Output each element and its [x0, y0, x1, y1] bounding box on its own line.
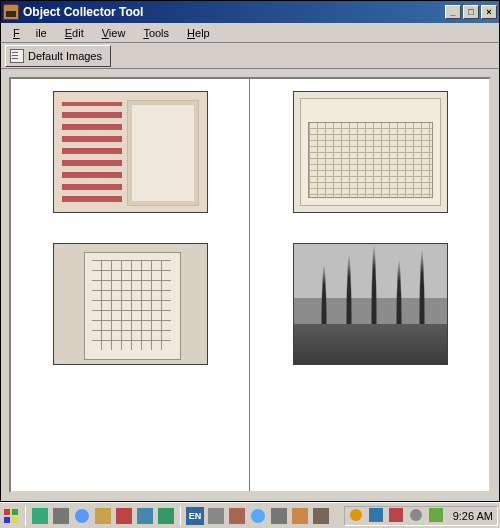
taskbar-icon[interactable]: [52, 507, 70, 525]
thumbnail[interactable]: [53, 91, 208, 213]
svg-rect-9: [137, 508, 153, 524]
menubar: File Edit View Tools Help: [1, 23, 499, 43]
app-window: Object Collector Tool _ □ × File Edit Vi…: [0, 0, 500, 502]
maximize-button[interactable]: □: [463, 5, 479, 19]
left-pane: [11, 79, 249, 491]
clock[interactable]: 9:26 AM: [449, 510, 493, 522]
system-tray: 9:26 AM: [344, 506, 498, 526]
taskbar-icon[interactable]: [228, 507, 246, 525]
tray-icon[interactable]: [369, 508, 385, 524]
language-indicator[interactable]: EN: [186, 507, 204, 525]
svg-rect-16: [313, 508, 329, 524]
taskbar[interactable]: EN 9:26 AM: [0, 502, 500, 528]
svg-rect-18: [369, 508, 383, 522]
titlebar[interactable]: Object Collector Tool _ □ ×: [1, 1, 499, 23]
start-button[interactable]: [2, 507, 20, 525]
taskbar-icon[interactable]: [270, 507, 288, 525]
thumbnail[interactable]: [293, 243, 448, 365]
svg-rect-3: [12, 517, 18, 523]
taskbar-icon[interactable]: [207, 507, 225, 525]
svg-rect-14: [271, 508, 287, 524]
taskbar-icon[interactable]: [312, 507, 330, 525]
default-images-button[interactable]: Default Images: [5, 45, 111, 67]
taskbar-icon[interactable]: [94, 507, 112, 525]
svg-point-6: [75, 509, 89, 523]
svg-rect-10: [158, 508, 174, 524]
default-images-label: Default Images: [28, 50, 102, 62]
menu-help[interactable]: Help: [179, 25, 218, 41]
taskbar-icon[interactable]: [157, 507, 175, 525]
svg-rect-11: [208, 508, 224, 524]
taskbar-icon[interactable]: [31, 507, 49, 525]
svg-rect-5: [53, 508, 69, 524]
svg-rect-8: [116, 508, 132, 524]
svg-point-13: [251, 509, 265, 523]
svg-rect-21: [429, 508, 443, 522]
app-icon: [3, 4, 19, 20]
taskbar-icon[interactable]: [136, 507, 154, 525]
minimize-button[interactable]: _: [445, 5, 461, 19]
svg-rect-2: [4, 517, 10, 523]
svg-point-17: [350, 509, 362, 521]
thumbnail[interactable]: [53, 243, 208, 365]
svg-rect-19: [389, 508, 403, 522]
svg-rect-1: [12, 509, 18, 515]
thumbnail[interactable]: [293, 91, 448, 213]
svg-point-20: [410, 509, 422, 521]
tray-icon[interactable]: [389, 508, 405, 524]
menu-edit[interactable]: Edit: [57, 25, 92, 41]
svg-rect-15: [292, 508, 308, 524]
tray-icon[interactable]: [349, 508, 365, 524]
svg-rect-4: [32, 508, 48, 524]
svg-rect-12: [229, 508, 245, 524]
svg-rect-0: [4, 509, 10, 515]
taskbar-icon[interactable]: [115, 507, 133, 525]
window-title: Object Collector Tool: [23, 5, 143, 19]
taskbar-icon[interactable]: [291, 507, 309, 525]
taskbar-icon[interactable]: [249, 507, 267, 525]
toolbar: Default Images: [1, 43, 499, 69]
menu-view[interactable]: View: [94, 25, 134, 41]
tray-icon[interactable]: [409, 508, 425, 524]
list-icon: [10, 49, 24, 63]
menu-file[interactable]: File: [5, 25, 55, 41]
thumbnail-panel: [9, 77, 491, 493]
close-button[interactable]: ×: [481, 5, 497, 19]
content-area: [1, 69, 499, 501]
menu-tools[interactable]: Tools: [135, 25, 177, 41]
tray-icon[interactable]: [429, 508, 445, 524]
taskbar-icon[interactable]: [73, 507, 91, 525]
right-pane: [251, 79, 489, 491]
svg-rect-7: [95, 508, 111, 524]
